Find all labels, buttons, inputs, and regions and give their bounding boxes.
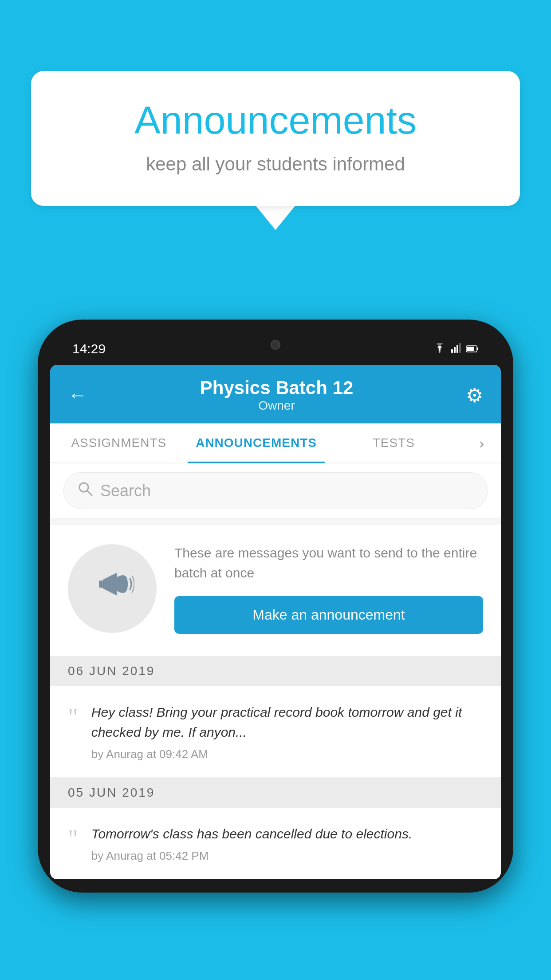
date-separator-1: 06 JUN 2019 — [50, 656, 501, 686]
phone-mockup: 14:29 — [38, 320, 513, 893]
announcement-item-1[interactable]: " Hey class! Bring your practical record… — [50, 686, 501, 778]
search-icon — [77, 481, 93, 501]
svg-rect-10 — [99, 581, 104, 588]
promo-description: These are messages you want to send to t… — [174, 543, 483, 583]
app-header: ← Physics Batch 12 Owner ⚙ — [50, 365, 501, 423]
search-bar[interactable]: Search — [63, 472, 488, 509]
svg-rect-1 — [454, 347, 456, 353]
settings-icon[interactable]: ⚙ — [466, 384, 483, 407]
speech-bubble-section: Announcements keep all your students inf… — [31, 71, 520, 230]
header-center: Physics Batch 12 Owner — [200, 377, 354, 413]
phone-notch — [236, 333, 315, 357]
promo-content: These are messages you want to send to t… — [174, 543, 483, 634]
wifi-icon — [433, 342, 446, 356]
speech-bubble-arrow — [256, 206, 295, 230]
date-separator-2: 05 JUN 2019 — [50, 778, 501, 808]
tab-tests[interactable]: TESTS — [325, 423, 462, 462]
tab-assignments[interactable]: ASSIGNMENTS — [50, 423, 188, 462]
svg-rect-3 — [459, 343, 461, 353]
phone-screen: ← Physics Batch 12 Owner ⚙ ASSIGNMENTS A… — [50, 365, 501, 879]
speech-bubble-title: Announcements — [67, 98, 484, 143]
svg-rect-5 — [477, 348, 478, 350]
tab-announcements[interactable]: ANNOUNCEMENTS — [188, 423, 325, 462]
announcement-text-2: Tomorrow's class has been cancelled due … — [91, 824, 412, 844]
search-placeholder[interactable]: Search — [100, 482, 151, 500]
signal-icon — [451, 342, 461, 356]
announcement-meta-2: by Anurag at 05:42 PM — [91, 849, 412, 863]
announcement-content-2: Tomorrow's class has been cancelled due … — [91, 824, 412, 863]
camera-dot — [271, 340, 280, 350]
svg-rect-6 — [467, 347, 474, 351]
promo-icon-circle — [68, 544, 157, 633]
batch-subtitle: Owner — [200, 399, 354, 413]
search-bar-wrapper: Search — [50, 463, 501, 518]
announcement-meta-1: by Anurag at 09:42 AM — [91, 747, 483, 761]
announcement-content-1: Hey class! Bring your practical record b… — [91, 702, 483, 761]
promo-card: These are messages you want to send to t… — [50, 525, 501, 656]
status-bar: 14:29 — [50, 333, 501, 365]
svg-line-8 — [87, 491, 92, 495]
phone-outer: 14:29 — [38, 320, 513, 893]
megaphone-icon — [90, 562, 134, 615]
back-button[interactable]: ← — [68, 384, 87, 406]
svg-rect-0 — [451, 349, 453, 353]
quote-icon-2: " — [68, 824, 78, 863]
tabs-bar: ASSIGNMENTS ANNOUNCEMENTS TESTS › — [50, 423, 501, 463]
announcement-item-2[interactable]: " Tomorrow's class has been cancelled du… — [50, 808, 501, 879]
speech-bubble-subtitle: keep all your students informed — [67, 154, 484, 175]
make-announcement-button[interactable]: Make an announcement — [174, 596, 483, 634]
announcement-text-1: Hey class! Bring your practical record b… — [91, 702, 483, 742]
quote-icon-1: " — [68, 702, 78, 761]
tab-more[interactable]: › — [462, 423, 501, 462]
battery-icon — [466, 342, 479, 356]
batch-title: Physics Batch 12 — [200, 377, 354, 399]
speech-bubble-card: Announcements keep all your students inf… — [31, 71, 520, 206]
status-icons — [433, 342, 479, 356]
svg-marker-9 — [103, 573, 117, 595]
status-time: 14:29 — [72, 341, 106, 356]
svg-rect-2 — [457, 345, 458, 353]
